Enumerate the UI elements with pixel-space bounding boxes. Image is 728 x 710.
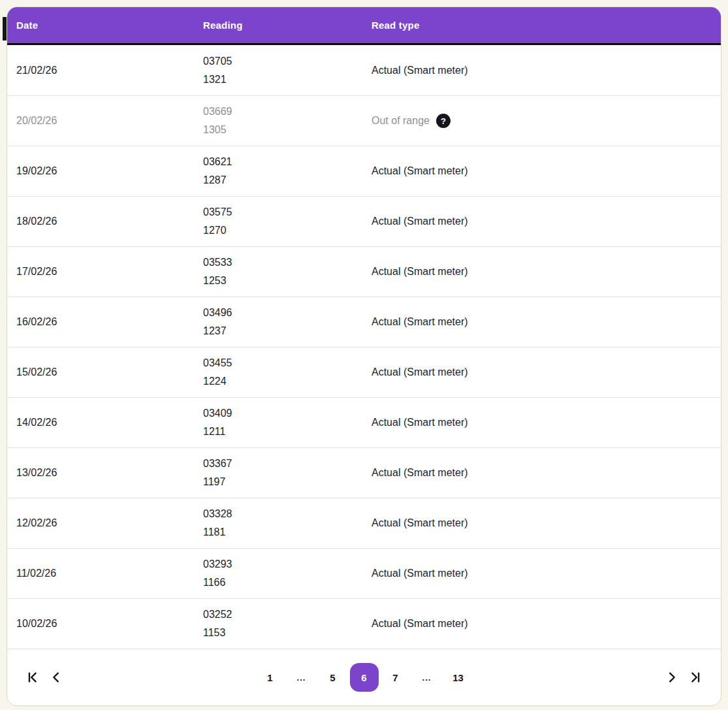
last-page-button[interactable] (686, 668, 705, 687)
table-body: 21/02/26 03705 1321 Actual (Smart meter)… (7, 45, 721, 649)
table-row: 18/02/26 03575 1270 Actual (Smart meter) (7, 196, 721, 246)
table-row: 19/02/26 03621 1287 Actual (Smart meter) (7, 146, 721, 196)
date-cell: 15/02/26 (7, 366, 203, 378)
page-ellipsis: ... (287, 663, 316, 692)
reading-cell: 03252 1153 (203, 605, 372, 642)
column-header-date: Date (7, 20, 203, 31)
page-button[interactable]: 5 (319, 663, 347, 692)
read-type-cell: Actual (Smart meter) (372, 517, 721, 529)
next-page-button[interactable] (662, 668, 682, 687)
table-row: 10/02/26 03252 1153 Actual (Smart meter) (7, 598, 721, 649)
date-cell: 11/02/26 (7, 568, 203, 579)
date-cell: 13/02/26 (7, 467, 203, 479)
reading-cell: 03293 1166 (203, 555, 372, 592)
page-ellipsis: ... (413, 663, 441, 692)
reading-value-primary: 03455 (203, 354, 372, 372)
reading-value-secondary: 1153 (203, 624, 372, 642)
reading-value-secondary: 1181 (203, 523, 372, 541)
read-type-cell: Actual (Smart meter) (372, 316, 721, 328)
page-button[interactable]: 6 (350, 663, 379, 692)
table-row: 11/02/26 03293 1166 Actual (Smart meter) (7, 548, 721, 598)
table-header: Date Reading Read type (7, 7, 721, 45)
read-type-cell: Actual (Smart meter) (372, 366, 721, 378)
read-type-cell: Actual (Smart meter) (372, 65, 721, 76)
reading-value-primary: 03293 (203, 555, 372, 573)
read-type-cell: Actual (Smart meter) (372, 417, 721, 428)
read-type-cell: Out of range ? (372, 114, 721, 128)
table-row: 21/02/26 03705 1321 Actual (Smart meter) (7, 45, 721, 95)
reading-value-secondary: 1197 (203, 473, 372, 491)
reading-value-secondary: 1305 (203, 121, 372, 139)
reading-value-primary: 03328 (203, 505, 372, 523)
reading-value-primary: 03705 (203, 52, 372, 71)
date-cell: 10/02/26 (7, 618, 203, 630)
reading-value-secondary: 1253 (203, 272, 372, 290)
read-type-label: Actual (Smart meter) (372, 316, 468, 328)
read-type-cell: Actual (Smart meter) (372, 165, 721, 177)
reading-value-secondary: 1237 (203, 322, 372, 340)
reading-value-primary: 03367 (203, 455, 372, 473)
chevron-left-icon (49, 670, 63, 685)
previous-page-button[interactable] (46, 668, 66, 687)
date-cell: 14/02/26 (7, 417, 203, 428)
pagination-nav-left (23, 668, 66, 687)
read-type-cell: Actual (Smart meter) (372, 568, 721, 579)
pagination-pages: 1 ... 5 6 7 ... 13 (256, 663, 473, 692)
pagination: 1 ... 5 6 7 ... 13 (7, 649, 721, 705)
chevron-right-icon (665, 670, 679, 685)
reading-value-primary: 03496 (203, 304, 372, 322)
reading-value-secondary: 1321 (203, 71, 372, 89)
read-type-label: Actual (Smart meter) (372, 65, 468, 76)
help-badge[interactable]: ? (436, 114, 451, 128)
table-row: 15/02/26 03455 1224 Actual (Smart meter) (7, 347, 721, 397)
column-header-reading: Reading (203, 20, 372, 31)
reading-value-secondary: 1211 (203, 423, 372, 441)
reading-cell: 03533 1253 (203, 253, 372, 290)
read-type-label: Actual (Smart meter) (372, 266, 468, 278)
reading-value-secondary: 1166 (203, 573, 372, 592)
first-page-button[interactable] (23, 668, 42, 687)
read-type-label: Actual (Smart meter) (372, 467, 468, 479)
reading-value-primary: 03669 (203, 103, 372, 121)
date-cell: 16/02/26 (7, 316, 203, 328)
read-type-label: Actual (Smart meter) (372, 216, 468, 227)
date-cell: 12/02/26 (7, 517, 203, 529)
last-page-icon (688, 670, 703, 685)
reading-cell: 03621 1287 (203, 153, 372, 189)
reading-value-secondary: 1270 (203, 221, 372, 240)
table-row: 12/02/26 03328 1181 Actual (Smart meter) (7, 498, 721, 548)
reading-value-primary: 03575 (203, 203, 372, 221)
read-type-cell: Actual (Smart meter) (372, 266, 721, 278)
read-type-label: Actual (Smart meter) (372, 517, 468, 529)
reading-cell: 03455 1224 (203, 354, 372, 391)
table-row: 14/02/26 03409 1211 Actual (Smart meter) (7, 397, 721, 447)
read-type-label: Actual (Smart meter) (372, 417, 468, 428)
date-cell: 17/02/26 (7, 266, 203, 278)
reading-cell: 03669 1305 (203, 103, 372, 139)
read-type-label: Out of range (372, 115, 430, 127)
reading-value-primary: 03409 (203, 404, 372, 423)
read-type-cell: Actual (Smart meter) (372, 216, 721, 227)
table-row: 17/02/26 03533 1253 Actual (Smart meter) (7, 246, 721, 297)
reading-cell: 03496 1237 (203, 304, 372, 340)
page-button[interactable]: 7 (381, 663, 410, 692)
date-cell: 19/02/26 (7, 165, 203, 177)
page-button[interactable]: 1 (256, 663, 285, 692)
meter-readings-card: Date Reading Read type 21/02/26 03705 13… (7, 7, 721, 706)
read-type-cell: Actual (Smart meter) (372, 467, 721, 479)
column-header-read-type: Read type (372, 20, 721, 31)
read-type-label: Actual (Smart meter) (372, 165, 468, 177)
reading-value-secondary: 1224 (203, 372, 372, 391)
date-cell: 18/02/26 (7, 216, 203, 227)
table-row: 20/02/26 03669 1305 Out of range ? (7, 95, 721, 146)
pagination-nav-right (662, 668, 705, 687)
page-button[interactable]: 13 (444, 663, 473, 692)
date-cell: 20/02/26 (7, 115, 203, 127)
reading-value-primary: 03533 (203, 253, 372, 272)
table-row: 16/02/26 03496 1237 Actual (Smart meter) (7, 297, 721, 347)
reading-value-primary: 03252 (203, 605, 372, 624)
first-page-icon (25, 670, 40, 685)
read-type-label: Actual (Smart meter) (372, 618, 468, 630)
table-row: 13/02/26 03367 1197 Actual (Smart meter) (7, 447, 721, 498)
reading-cell: 03575 1270 (203, 203, 372, 240)
